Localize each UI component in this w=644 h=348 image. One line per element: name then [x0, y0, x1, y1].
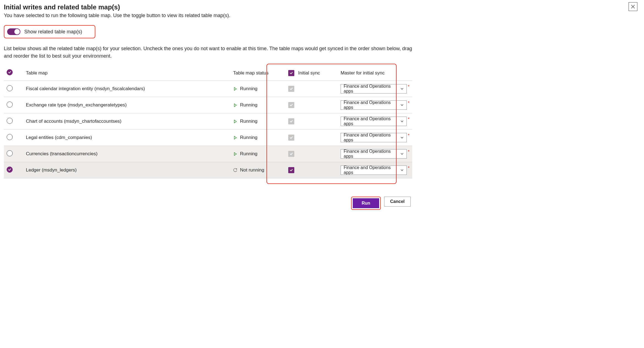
row-status: Running: [233, 119, 283, 124]
initial-sync-checkbox: [288, 102, 294, 108]
status-text: Running: [240, 102, 257, 108]
row-status: Running: [233, 86, 283, 92]
dropdown-value: Finance and Operations apps: [344, 149, 400, 159]
row-name: Ledger (msdyn_ledgers): [23, 162, 230, 178]
col-table-map[interactable]: Table map: [23, 65, 230, 81]
check-icon: [289, 87, 293, 91]
row-radio[interactable]: [7, 150, 13, 156]
initial-sync-checkbox: [288, 86, 294, 92]
required-indicator: *: [408, 150, 409, 154]
play-icon: [233, 152, 237, 156]
row-radio[interactable]: [7, 85, 13, 91]
chevron-down-icon: [400, 152, 404, 156]
row-status: Running: [233, 151, 283, 157]
row-name: Fiscal calendar integration entity (msdy…: [23, 81, 230, 97]
master-dropdown[interactable]: Finance and Operations apps: [341, 133, 407, 142]
play-icon: [233, 119, 237, 124]
dropdown-value: Finance and Operations apps: [344, 100, 400, 110]
check-icon: [289, 103, 293, 107]
chevron-down-icon: [400, 87, 404, 90]
status-text: Running: [240, 135, 257, 140]
table-header-row: Table map Table map status Initial sync …: [4, 65, 412, 81]
cancel-button[interactable]: Cancel: [384, 197, 411, 207]
page-intro: You have selected to run the following t…: [4, 13, 412, 18]
chevron-down-icon: [400, 136, 404, 139]
check-icon: [289, 136, 293, 140]
chevron-down-icon: [400, 168, 404, 172]
row-radio[interactable]: [7, 101, 13, 108]
table-row[interactable]: Chart of accounts (msdyn_chartofaccounts…: [4, 113, 412, 130]
page-title: Initial writes and related table map(s): [4, 3, 412, 11]
row-name: Exchange rate type (msdyn_exchangeratety…: [23, 97, 230, 113]
col-initial-sync[interactable]: Initial sync: [285, 65, 338, 81]
dropdown-value: Finance and Operations apps: [344, 116, 400, 126]
header-initial-sync-checkbox[interactable]: [288, 70, 294, 76]
chevron-down-icon: [400, 103, 404, 107]
status-text: Running: [240, 151, 257, 157]
status-text: Not running: [240, 167, 264, 173]
row-name: Currencies (transactioncurrencies): [23, 146, 230, 162]
status-text: Running: [240, 119, 257, 124]
row-radio[interactable]: [7, 134, 13, 140]
row-radio[interactable]: [7, 118, 13, 124]
check-icon: [8, 168, 12, 172]
initial-sync-checkbox: [288, 135, 294, 141]
row-status: Not running: [233, 167, 283, 173]
toggle-knob: [14, 29, 20, 34]
initial-sync-checkbox: [288, 151, 294, 157]
table-row[interactable]: Ledger (msdyn_ledgers)Not runningFinance…: [4, 162, 412, 178]
toggle-container: Show related table map(s): [4, 25, 95, 38]
play-icon: [233, 136, 237, 140]
check-icon: [289, 71, 293, 75]
required-indicator: *: [408, 117, 409, 122]
required-indicator: *: [408, 166, 409, 170]
master-dropdown[interactable]: Finance and Operations apps: [341, 100, 407, 110]
initial-sync-checkbox[interactable]: [288, 167, 294, 173]
run-button-annotation: Run: [351, 197, 381, 210]
required-indicator: *: [408, 85, 409, 89]
master-dropdown[interactable]: Finance and Operations apps: [341, 117, 407, 126]
required-indicator: *: [408, 133, 409, 138]
dropdown-value: Finance and Operations apps: [344, 133, 400, 143]
status-text: Running: [240, 86, 257, 92]
play-icon: [233, 87, 237, 91]
list-description: List below shows all the related table m…: [4, 45, 412, 60]
row-radio[interactable]: [7, 167, 13, 173]
header-radio[interactable]: [7, 69, 13, 75]
table-maps-table: Table map Table map status Initial sync …: [4, 65, 412, 178]
row-name: Legal entities (cdm_companies): [23, 130, 230, 146]
check-icon: [289, 152, 293, 156]
show-related-toggle[interactable]: [7, 28, 20, 35]
dropdown-value: Finance and Operations apps: [344, 165, 400, 175]
check-icon: [289, 119, 293, 123]
table-row[interactable]: Exchange rate type (msdyn_exchangeratety…: [4, 97, 412, 113]
table-row[interactable]: Legal entities (cdm_companies)RunningFin…: [4, 130, 412, 146]
footer: Run Cancel: [4, 197, 412, 210]
col-initial-sync-label: Initial sync: [298, 70, 320, 76]
row-status: Running: [233, 102, 283, 108]
dropdown-value: Finance and Operations apps: [344, 84, 400, 94]
master-dropdown[interactable]: Finance and Operations apps: [341, 84, 407, 93]
not-running-icon: [233, 168, 237, 172]
row-name: Chart of accounts (msdyn_chartofaccounts…: [23, 113, 230, 130]
initial-sync-checkbox: [288, 118, 294, 124]
master-dropdown[interactable]: Finance and Operations apps: [341, 165, 407, 175]
table-row[interactable]: Fiscal calendar integration entity (msdy…: [4, 81, 412, 97]
col-status[interactable]: Table map status: [230, 65, 285, 81]
chevron-down-icon: [400, 120, 404, 123]
check-icon: [8, 70, 12, 74]
table-row[interactable]: Currencies (transactioncurrencies)Runnin…: [4, 146, 412, 162]
row-status: Running: [233, 135, 283, 140]
col-master[interactable]: Master for initial sync: [338, 65, 412, 81]
run-button[interactable]: Run: [353, 198, 379, 208]
toggle-label: Show related table map(s): [24, 29, 82, 35]
required-indicator: *: [408, 101, 409, 105]
master-dropdown[interactable]: Finance and Operations apps: [341, 149, 407, 159]
check-icon: [289, 168, 293, 172]
play-icon: [233, 103, 237, 107]
